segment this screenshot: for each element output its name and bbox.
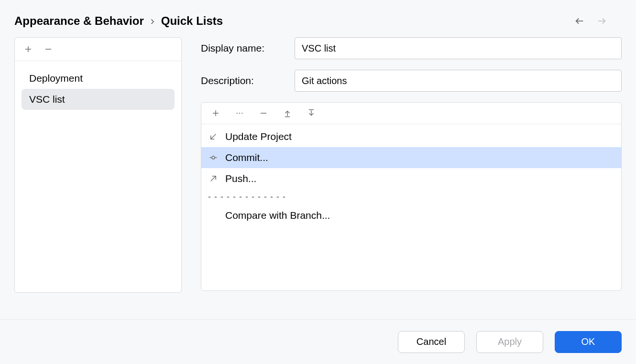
move-down-icon[interactable]: [306, 107, 317, 119]
nav-back-icon[interactable]: [574, 15, 585, 27]
add-list-icon[interactable]: [22, 43, 34, 55]
svg-line-19: [211, 176, 216, 182]
remove-action-icon[interactable]: [258, 107, 269, 119]
sidebar-item-label: VSC list: [29, 94, 65, 105]
action-item-push[interactable]: Push...: [201, 168, 621, 189]
nav-forward-icon: [596, 15, 607, 27]
cancel-button[interactable]: Cancel: [398, 331, 465, 353]
action-item-commit[interactable]: Commit...: [201, 147, 621, 168]
apply-button: Apply: [476, 331, 543, 353]
svg-point-7: [237, 113, 238, 114]
svg-line-15: [211, 134, 216, 139]
ok-button[interactable]: OK: [555, 331, 622, 353]
sidebar-item-vsc-list[interactable]: VSC list: [22, 89, 175, 110]
sidebar-item-label: Deployment: [29, 73, 83, 84]
svg-point-9: [241, 113, 242, 114]
add-action-icon[interactable]: [210, 107, 221, 119]
breadcrumb-current: Quick Lists: [161, 14, 223, 28]
sidebar-item-deployment[interactable]: Deployment: [22, 68, 175, 89]
description-input[interactable]: [295, 70, 622, 92]
svg-point-8: [239, 113, 240, 114]
remove-list-icon[interactable]: [43, 43, 54, 55]
action-item-label: Commit...: [225, 152, 268, 163]
add-separator-icon[interactable]: [234, 107, 245, 119]
action-item-label: Update Project: [225, 131, 292, 142]
move-up-icon[interactable]: [282, 107, 293, 119]
svg-point-16: [212, 156, 215, 159]
description-label: Description:: [201, 75, 282, 86]
breadcrumb: Appearance & Behavior › Quick Lists: [14, 14, 223, 28]
actions-panel: Update Project Commit... Push... - - - -…: [201, 102, 622, 291]
display-name-input[interactable]: [295, 37, 622, 59]
actions-separator: - - - - - - - - - - - - -: [201, 189, 621, 205]
action-item-update-project[interactable]: Update Project: [201, 126, 621, 147]
breadcrumb-separator-icon: ›: [151, 14, 154, 28]
action-item-label: Push...: [225, 173, 256, 184]
arrow-down-left-icon: [208, 131, 219, 142]
action-item-compare-branch[interactable]: Compare with Branch...: [201, 205, 621, 226]
action-item-label: Compare with Branch...: [208, 210, 330, 221]
breadcrumb-parent[interactable]: Appearance & Behavior: [14, 14, 144, 28]
display-name-label: Display name:: [201, 43, 282, 54]
commit-node-icon: [208, 152, 219, 163]
arrow-up-right-icon: [208, 173, 219, 184]
quick-lists-sidebar: Deployment VSC list: [14, 37, 182, 293]
